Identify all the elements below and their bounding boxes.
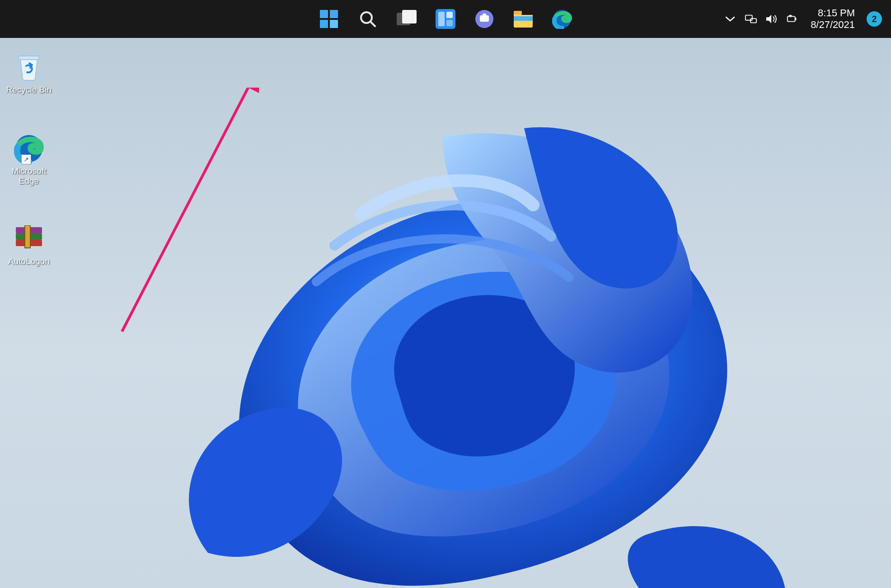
svg-rect-15 xyxy=(514,16,533,21)
svg-rect-9 xyxy=(438,12,445,26)
svg-rect-0 xyxy=(320,10,328,18)
svg-rect-22 xyxy=(795,18,797,20)
desktop-icon-label: Microsoft Edge xyxy=(2,166,56,186)
svg-rect-21 xyxy=(788,16,795,21)
network-icon xyxy=(745,13,757,25)
edge-button[interactable] xyxy=(552,9,572,29)
notification-center-button[interactable]: 2 xyxy=(867,11,882,27)
chevron-down-icon xyxy=(724,13,736,25)
svg-rect-2 xyxy=(320,20,328,28)
recycle-bin-glyph xyxy=(14,52,44,82)
svg-rect-1 xyxy=(330,10,338,18)
desktop-icon-label: AutoLogon xyxy=(8,257,50,266)
autologon-icon[interactable]: AutoLogon xyxy=(2,223,56,266)
svg-marker-20 xyxy=(766,15,771,23)
svg-rect-3 xyxy=(330,20,338,28)
svg-rect-13 xyxy=(480,15,489,22)
clock-date: 8/27/2021 xyxy=(811,19,855,31)
svg-rect-16 xyxy=(514,11,522,14)
start-icon xyxy=(319,9,339,29)
shortcut-overlay-icon: ↗ xyxy=(21,154,31,164)
edge-icon xyxy=(552,9,572,29)
clock-time: 8:15 PM xyxy=(811,7,855,19)
volume-icon xyxy=(765,13,778,25)
taskbar: 8:15 PM 8/27/2021 2 xyxy=(0,0,891,38)
svg-rect-19 xyxy=(750,19,756,23)
widgets-icon xyxy=(436,9,455,29)
svg-rect-24 xyxy=(19,56,39,60)
power-icon xyxy=(786,13,799,25)
network-tray-button[interactable] xyxy=(745,13,757,25)
clock-button[interactable]: 8:15 PM 8/27/2021 xyxy=(811,7,855,31)
file-explorer-button[interactable] xyxy=(513,9,534,29)
start-button[interactable] xyxy=(319,9,339,29)
desktop[interactable]: Recycle Bin ↗ Microsoft Edge AutoLogon xyxy=(0,38,891,588)
power-tray-button[interactable] xyxy=(786,13,799,25)
taskview-icon xyxy=(397,10,417,28)
taskbar-center xyxy=(319,9,572,29)
chat-icon xyxy=(474,9,494,29)
widgets-button[interactable] xyxy=(435,9,456,29)
desktop-icon-label: Recycle Bin xyxy=(6,85,52,95)
tray-overflow-button[interactable] xyxy=(724,13,736,25)
svg-rect-7 xyxy=(402,10,417,23)
svg-rect-10 xyxy=(446,12,453,18)
wallpaper-bloom xyxy=(127,101,849,588)
file-explorer-icon xyxy=(513,10,534,28)
chat-button[interactable] xyxy=(474,9,495,29)
recycle-bin-icon[interactable]: Recycle Bin xyxy=(2,51,56,95)
taskview-button[interactable] xyxy=(396,9,417,29)
volume-tray-button[interactable] xyxy=(765,13,778,25)
system-tray: 8:15 PM 8/27/2021 2 xyxy=(724,0,882,38)
search-button[interactable] xyxy=(357,9,378,29)
search-icon xyxy=(359,10,377,28)
svg-line-5 xyxy=(370,22,375,26)
winrar-books-glyph xyxy=(14,225,44,252)
svg-rect-29 xyxy=(25,225,30,248)
microsoft-edge-icon[interactable]: ↗ Microsoft Edge xyxy=(2,133,56,186)
svg-rect-11 xyxy=(446,20,453,26)
svg-rect-14 xyxy=(483,14,486,16)
svg-rect-18 xyxy=(746,15,752,20)
